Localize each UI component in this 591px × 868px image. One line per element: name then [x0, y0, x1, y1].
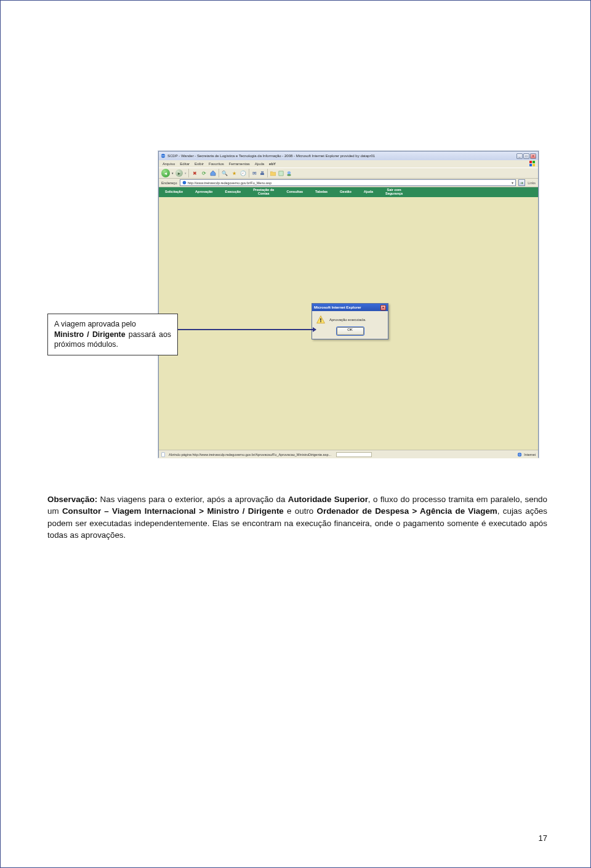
- dialog-message: Aprovação executada.: [329, 318, 366, 322]
- appmenu-consultas[interactable]: Consultas: [280, 190, 309, 195]
- internet-zone-icon: [517, 452, 522, 457]
- window-titlebar: SCDP - Wander - Secretaria de Logística …: [159, 152, 538, 160]
- svg-rect-5: [278, 171, 283, 175]
- address-label: Endereço: [161, 181, 177, 185]
- window-close-button[interactable]: ×: [530, 153, 536, 159]
- appmenu-solicitacao[interactable]: Solicitação: [159, 190, 189, 195]
- menu-arquivo[interactable]: Arquivo: [163, 162, 175, 166]
- address-bar: Endereço http://www.treinascdp.redegover…: [159, 179, 538, 187]
- toolbar-separator: [267, 169, 268, 177]
- toolbar-separator: [219, 169, 219, 177]
- browser-toolbar: ◄ ▾ ► ▾ ✖ ⟳ 🔍 ★ 🕘 ✉ 🖶: [159, 168, 538, 179]
- menu-ebay[interactable]: ebY: [269, 162, 276, 166]
- window-minimize-button[interactable]: _: [517, 153, 523, 159]
- home-icon[interactable]: [209, 169, 217, 177]
- window-maximize-button[interactable]: □: [523, 153, 529, 159]
- svg-rect-11: [162, 452, 165, 456]
- go-button[interactable]: ➜: [518, 179, 525, 186]
- para-b2: Consultor – Viagem Internacional > Minis…: [62, 506, 284, 516]
- callout-line1: A viagem aprovada pelo: [54, 320, 136, 328]
- appmenu-ajuda[interactable]: Ajuda: [358, 190, 379, 195]
- svg-point-7: [287, 174, 291, 176]
- appmenu-tabelas[interactable]: Tabelas: [309, 190, 334, 195]
- appmenu-sair[interactable]: Sair com Segurança: [379, 188, 409, 197]
- para-lead: Observação:: [47, 495, 97, 504]
- mail-icon[interactable]: ✉: [251, 170, 257, 176]
- dialog-titlebar: Microsoft Internet Explorer ×: [312, 304, 388, 311]
- toolbar-separator: [249, 169, 249, 177]
- internet-zone-label: Internet: [524, 453, 536, 456]
- svg-point-6: [287, 171, 290, 174]
- favorites-icon[interactable]: ★: [230, 169, 238, 177]
- links-label[interactable]: Links: [528, 181, 536, 185]
- page-loading-icon: [161, 452, 166, 457]
- svg-rect-9: [320, 318, 321, 321]
- page-number: 17: [539, 834, 547, 843]
- menu-editar[interactable]: Editar: [180, 162, 190, 166]
- svg-rect-2: [533, 161, 535, 163]
- para-t1: Nas viagens para o exterior, após a apro…: [97, 495, 288, 504]
- observation-paragraph: Observação: Nas viagens para o exterior,…: [47, 493, 547, 541]
- forward-button[interactable]: ►: [175, 169, 183, 177]
- browser-statusbar: Abrindo página http://www.treinascdp.red…: [159, 450, 538, 458]
- svg-rect-4: [533, 164, 535, 166]
- stop-icon[interactable]: ✖: [191, 169, 198, 177]
- svg-rect-1: [529, 161, 532, 163]
- folder-icon[interactable]: [270, 170, 276, 176]
- callout-box: A viagem aprovada pelo Ministro / Dirige…: [47, 314, 178, 355]
- menu-ajuda[interactable]: Ajuda: [255, 162, 264, 166]
- search-icon[interactable]: 🔍: [221, 169, 228, 177]
- para-b3: Ordenador de Despesa > Agência de Viagem: [317, 506, 497, 516]
- dialog-close-button[interactable]: ×: [380, 305, 386, 310]
- svg-point-8: [182, 180, 186, 184]
- appmenu-execucao[interactable]: Execução: [219, 190, 247, 195]
- browser-window: SCDP - Wander - Secretaria de Logística …: [158, 151, 539, 458]
- history-icon[interactable]: 🕘: [239, 169, 247, 177]
- messenger-icon[interactable]: [286, 170, 292, 176]
- svg-rect-3: [529, 164, 532, 166]
- address-url: http://www.treinascdp.redegoverno.gov.br…: [188, 181, 271, 185]
- back-button[interactable]: ◄: [161, 169, 170, 177]
- menu-favoritos[interactable]: Favoritos: [209, 162, 224, 166]
- menu-exibir[interactable]: Exibir: [195, 162, 204, 166]
- print-icon[interactable]: 🖶: [259, 170, 265, 176]
- address-input[interactable]: http://www.treinascdp.redegoverno.gov.br…: [180, 179, 516, 186]
- para-b1: Autoridade Superior: [288, 495, 368, 504]
- svg-rect-10: [320, 321, 321, 322]
- callout-connector-arrow: [178, 329, 316, 330]
- window-title: SCDP - Wander - Secretaria de Logística …: [167, 154, 375, 158]
- research-icon[interactable]: [278, 170, 284, 176]
- para-t3: e outro: [284, 506, 317, 516]
- windows-flag-icon: [529, 161, 536, 167]
- appmenu-prestacao-de-contas[interactable]: Prestação de Contas: [247, 188, 280, 197]
- warning-icon: [316, 315, 326, 325]
- appmenu-gestao[interactable]: Gestão: [334, 190, 358, 195]
- app-content-area: Microsoft Internet Explorer × Aprovação …: [159, 197, 538, 450]
- appmenu-aprovacao[interactable]: Aprovação: [189, 190, 219, 195]
- callout-bold: Ministro / Dirigente: [54, 330, 126, 339]
- progress-bar: [336, 452, 372, 457]
- dialog-title: Microsoft Internet Explorer: [314, 306, 361, 309]
- ie-logo-icon: [161, 153, 166, 158]
- alert-dialog: Microsoft Internet Explorer × Aprovação …: [312, 303, 388, 339]
- app-green-menubar: Solicitação Aprovação Execução Prestação…: [159, 187, 538, 197]
- ie-page-icon: [182, 180, 187, 185]
- refresh-icon[interactable]: ⟳: [200, 169, 207, 177]
- status-text: Abrindo página http://www.treinascdp.red…: [169, 453, 331, 456]
- browser-menubar: Arquivo Editar Exibir Favoritos Ferramen…: [159, 160, 538, 168]
- menu-ferramentas[interactable]: Ferramentas: [229, 162, 250, 166]
- toolbar-separator: [188, 169, 189, 177]
- dialog-ok-button[interactable]: OK: [337, 327, 364, 335]
